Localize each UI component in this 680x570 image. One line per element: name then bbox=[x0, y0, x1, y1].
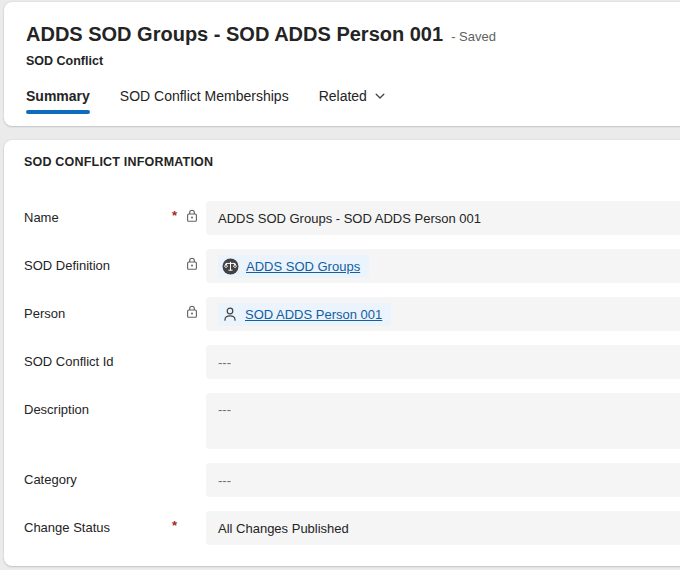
field-value: ADDS SOD Groups - SOD ADDS Person 001 bbox=[218, 211, 481, 226]
field-row-name: Name*ADDS SOD Groups - SOD ADDS Person 0… bbox=[24, 201, 680, 235]
lookup-pill: ADDS SOD Groups bbox=[218, 255, 369, 278]
page-title: ADDS SOD Groups - SOD ADDS Person 001 bbox=[26, 22, 443, 46]
section-title: SOD CONFLICT INFORMATION bbox=[24, 155, 680, 169]
field-row-description: Description--- bbox=[24, 393, 680, 449]
field-label: Description bbox=[24, 393, 172, 449]
field-label: SOD Definition bbox=[24, 249, 172, 283]
field-indicators bbox=[172, 393, 206, 449]
person-icon bbox=[222, 306, 238, 323]
field-indicators: * bbox=[172, 201, 206, 235]
lock-icon bbox=[184, 209, 200, 223]
field-value: --- bbox=[218, 355, 231, 370]
lookup-pill: SOD ADDS Person 001 bbox=[218, 303, 391, 326]
field-label: Change Status bbox=[24, 511, 172, 545]
entity-type-label: SOD Conflict bbox=[26, 54, 680, 68]
field-row-person: PersonSOD ADDS Person 001 bbox=[24, 297, 680, 331]
save-status: - Saved bbox=[451, 29, 496, 44]
title-row: ADDS SOD Groups - SOD ADDS Person 001 - … bbox=[26, 22, 680, 46]
field-label: SOD Conflict Id bbox=[24, 345, 172, 379]
field-row-change-status: Change Status*All Changes Published bbox=[24, 511, 680, 545]
field-indicators bbox=[172, 249, 206, 283]
field-input-category[interactable]: --- bbox=[206, 463, 680, 497]
lookup-link-sod-adds-person-001[interactable]: SOD ADDS Person 001 bbox=[245, 307, 382, 322]
field-label: Person bbox=[24, 297, 172, 331]
field-label: Name bbox=[24, 201, 172, 235]
field-list: Name*ADDS SOD Groups - SOD ADDS Person 0… bbox=[24, 201, 680, 545]
tab-summary[interactable]: Summary bbox=[26, 88, 90, 120]
field-input-sod-definition[interactable]: ADDS SOD Groups bbox=[206, 249, 680, 283]
field-input-name[interactable]: ADDS SOD Groups - SOD ADDS Person 001 bbox=[206, 201, 680, 235]
field-row-category: Category--- bbox=[24, 463, 680, 497]
field-indicators bbox=[172, 463, 206, 497]
tab-label: Summary bbox=[26, 88, 90, 104]
lock-icon bbox=[184, 257, 200, 271]
tab-sod-conflict-memberships[interactable]: SOD Conflict Memberships bbox=[120, 88, 289, 120]
field-indicators: * bbox=[172, 511, 206, 545]
field-row-sod-conflict-id: SOD Conflict Id--- bbox=[24, 345, 680, 379]
chevron-down-icon bbox=[374, 90, 386, 102]
required-asterisk: * bbox=[172, 209, 184, 223]
field-value: --- bbox=[218, 402, 231, 417]
record-header-card: ADDS SOD Groups - SOD ADDS Person 001 - … bbox=[4, 2, 680, 126]
field-indicators bbox=[172, 297, 206, 331]
form-card: SOD CONFLICT INFORMATION Name*ADDS SOD G… bbox=[4, 140, 680, 566]
field-value: --- bbox=[218, 473, 231, 488]
lock-icon bbox=[184, 305, 200, 319]
field-input-person[interactable]: SOD ADDS Person 001 bbox=[206, 297, 680, 331]
field-label: Category bbox=[24, 463, 172, 497]
field-input-sod-conflict-id[interactable]: --- bbox=[206, 345, 680, 379]
field-indicators bbox=[172, 345, 206, 379]
tab-label: SOD Conflict Memberships bbox=[120, 88, 289, 104]
lookup-link-adds-sod-groups[interactable]: ADDS SOD Groups bbox=[246, 259, 360, 274]
field-row-sod-definition: SOD DefinitionADDS SOD Groups bbox=[24, 249, 680, 283]
field-input-description[interactable]: --- bbox=[206, 393, 680, 449]
tab-list: SummarySOD Conflict MembershipsRelated bbox=[26, 88, 680, 120]
tab-label: Related bbox=[319, 88, 367, 104]
tab-related[interactable]: Related bbox=[319, 88, 386, 120]
field-value: All Changes Published bbox=[218, 521, 349, 536]
field-input-change-status[interactable]: All Changes Published bbox=[206, 511, 680, 545]
scales-icon bbox=[222, 258, 239, 275]
required-asterisk: * bbox=[172, 519, 184, 533]
